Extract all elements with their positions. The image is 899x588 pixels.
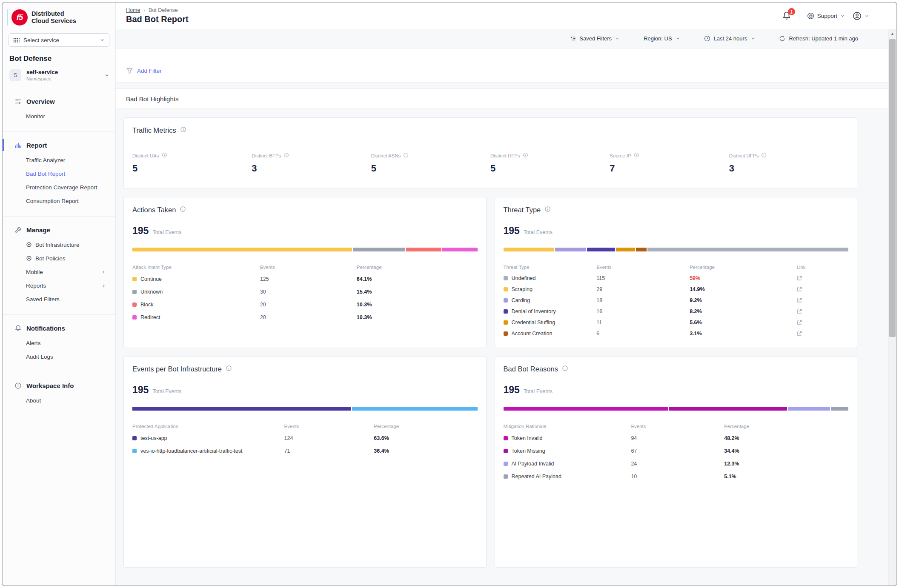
row-events: 16: [596, 308, 690, 314]
card-title: Actions Taken: [132, 206, 176, 214]
row-label: Credential Stuffing: [512, 320, 555, 325]
bar-segment-unknown: [353, 248, 406, 251]
row-label: Unknown: [140, 289, 163, 295]
info-icon[interactable]: [544, 206, 551, 214]
external-link-icon[interactable]: [796, 320, 848, 325]
row-percentage: 12.3%: [724, 461, 848, 467]
section-title: Bad Bot Highlights: [116, 88, 896, 109]
sidebar-item-protection-coverage-report[interactable]: Protection Coverage Report: [3, 180, 115, 194]
overview-icon: [14, 98, 22, 105]
namespace-selector[interactable]: S self-service Namespace: [3, 66, 115, 86]
external-link-icon[interactable]: [796, 275, 848, 281]
bullseye-icon: [26, 255, 32, 261]
legend-color-chip: [504, 474, 508, 479]
breadcrumb: Home › Bot Defense: [126, 7, 189, 13]
row-label: Continue: [140, 276, 162, 282]
table-row-repeated-ai-payload: Repeated AI Payload 10 5.1%: [504, 470, 849, 483]
bar-segment-ves-io-http-loadbalancer-artificial-traffic-test: [352, 407, 477, 411]
info-icon[interactable]: [523, 152, 528, 159]
row-events: 11: [596, 320, 690, 325]
bullseye-icon: [26, 242, 32, 248]
row-label: Token Invalid: [512, 435, 543, 441]
row-events: 29: [596, 286, 690, 292]
total-events-label: Total Events: [524, 229, 553, 235]
legend-color-chip: [504, 298, 508, 303]
total-events-value: 195: [504, 225, 520, 237]
info-icon[interactable]: [226, 365, 232, 373]
add-filter-button[interactable]: Add Filter: [126, 67, 162, 74]
brand-name: Distributed Cloud Services: [31, 10, 76, 24]
account-menu[interactable]: [853, 11, 869, 20]
row-label: Account Creation: [512, 331, 553, 337]
legend-color-chip: [504, 449, 508, 453]
legend-color-chip: [504, 331, 508, 336]
sidebar-item-monitor[interactable]: Monitor: [3, 109, 115, 123]
external-link-icon[interactable]: [796, 297, 848, 303]
filter-row: Add Filter: [116, 49, 896, 83]
row-percentage: 5.6%: [690, 320, 796, 325]
saved-filters-dropdown[interactable]: Saved Filters: [570, 35, 620, 42]
row-label: ves-io-http-loadbalancer-artificial-traf…: [140, 448, 242, 454]
legend-color-chip: [504, 276, 508, 280]
time-range-dropdown[interactable]: Last 24 hours: [704, 35, 756, 42]
breadcrumb-home-link[interactable]: Home: [126, 7, 140, 13]
bar-segment-redirect: [442, 248, 478, 251]
time-range-label: Last 24 hours: [714, 35, 747, 42]
info-icon[interactable]: [562, 365, 568, 373]
support-menu[interactable]: @ Support: [807, 12, 845, 20]
external-link-icon[interactable]: [796, 331, 848, 337]
metric-value: 3: [252, 163, 371, 174]
row-label: AI Payload Invalid: [512, 461, 554, 467]
metric-distinct-hfps: Distinct HFPs 5: [490, 152, 610, 174]
info-icon[interactable]: [283, 152, 289, 159]
sidebar-item-bad-bot-report[interactable]: Bad Bot Report: [3, 167, 115, 180]
notifications-bell-button[interactable]: 1: [782, 11, 791, 20]
namespace-avatar: S: [9, 69, 21, 81]
table-row-continue: Continue 125 64.1%: [132, 273, 478, 285]
info-icon[interactable]: [180, 206, 186, 214]
info-icon[interactable]: [634, 152, 639, 159]
content-area: Traffic Metrics Distinct UAs 5 Distinct …: [116, 109, 896, 585]
row-label: Scraping: [512, 286, 533, 292]
bar-segment-block: [406, 248, 441, 251]
app-window: f5 Distributed Cloud Services Select ser…: [2, 2, 897, 586]
row-percentage: 63.6%: [374, 435, 477, 441]
info-icon[interactable]: [162, 152, 167, 159]
info-icon[interactable]: [761, 152, 767, 159]
sidebar-item-about[interactable]: About: [3, 394, 115, 407]
sidebar-item-alerts[interactable]: Alerts: [3, 336, 115, 350]
metric-distinct-asns: Distinct ASNs 5: [371, 152, 490, 174]
row-label: Carding: [512, 297, 530, 303]
top-header: Home › Bot Defense Bad Bot Report 1 @ Su…: [116, 3, 896, 29]
row-events: 20: [260, 314, 357, 320]
vertical-scrollbar[interactable]: ▲: [888, 29, 896, 585]
scrollbar-thumb[interactable]: [889, 39, 896, 337]
external-link-icon[interactable]: [796, 308, 848, 314]
row-events: 6: [596, 331, 690, 337]
metric-label: Distinct ASNs: [371, 153, 401, 158]
sidebar-item-consumption-report[interactable]: Consumption Report: [3, 194, 115, 208]
stacked-bar-chart: [504, 248, 849, 251]
info-icon[interactable]: [180, 126, 186, 134]
sidebar-divider: [3, 131, 115, 132]
sidebar-item-reports[interactable]: Reports: [3, 279, 115, 292]
report-icon: [14, 142, 22, 149]
sidebar-item-mobile[interactable]: Mobile: [3, 265, 115, 279]
scrollbar-up-button[interactable]: ▲: [888, 29, 896, 38]
bar-segment-continue: [132, 248, 352, 251]
region-dropdown[interactable]: Region: US: [644, 35, 680, 42]
row-label: Token Missing: [512, 448, 545, 454]
sidebar-item-audit-logs[interactable]: Audit Logs: [3, 350, 115, 363]
metric-distinct-uas: Distinct UAs 5: [132, 152, 252, 174]
card-actions-taken: Actions Taken 195 Total Events Attack In…: [123, 197, 487, 348]
header-divider: [799, 10, 799, 21]
service-selector[interactable]: Select service: [9, 33, 109, 47]
sidebar-item-saved-filters[interactable]: Saved Filters: [3, 292, 115, 306]
info-icon[interactable]: [403, 152, 409, 159]
sidebar-item-bot-infrastructure[interactable]: Bot Infrastructure: [3, 238, 115, 251]
external-link-icon[interactable]: [796, 286, 848, 292]
sidebar-item-bot-policies[interactable]: Bot Policies: [3, 251, 115, 265]
refresh-button[interactable]: Refresh: Updated 1 min ago: [779, 35, 858, 42]
row-events: 71: [284, 448, 374, 454]
sidebar-item-traffic-analyzer[interactable]: Traffic Analyzer: [3, 153, 115, 167]
